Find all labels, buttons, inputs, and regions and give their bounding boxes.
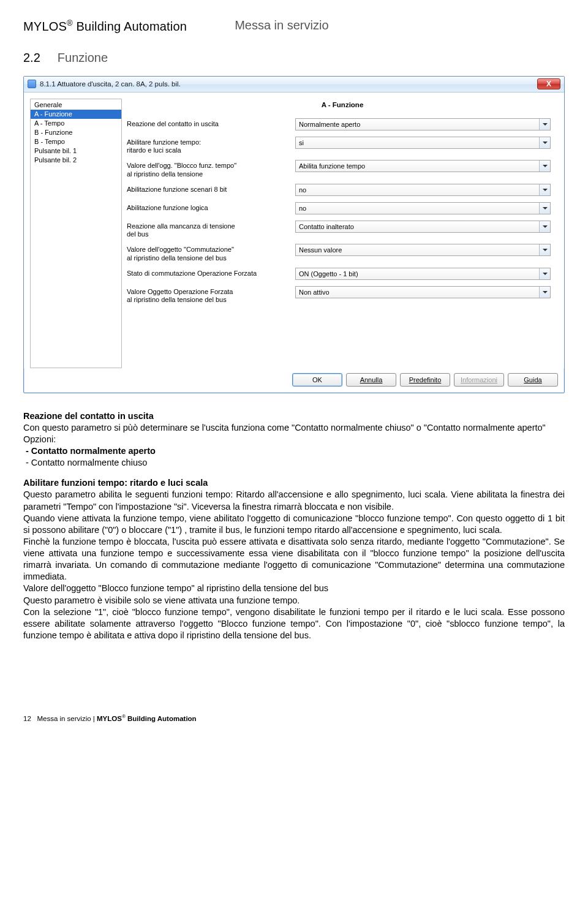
app-icon (28, 80, 36, 88)
para-1: Con questo parametro si pùò determinare … (23, 422, 565, 434)
cancel-button[interactable]: Annulla (346, 373, 396, 387)
chevron-down-icon (539, 184, 550, 195)
chevron-down-icon (539, 119, 550, 130)
combo-6[interactable]: Nessun valore (295, 244, 551, 256)
option-1: Contatto normalmente aperto (23, 445, 565, 457)
cancel-label: Annulla (360, 376, 383, 383)
form-row-8: Valore Oggetto Operazione Forzataal ripr… (127, 286, 551, 305)
footer-text-3: Building Automation (126, 715, 197, 722)
sidebar-item-4[interactable]: B - Tempo (31, 137, 121, 146)
window-titlebar[interactable]: 8.1.1 Attuatore d'uscita, 2 can. 8A, 2 p… (24, 77, 564, 93)
para-h1: Reazione del contatto in uscita (23, 410, 565, 422)
registered-icon: ® (67, 18, 73, 28)
chevron-down-icon (539, 268, 550, 279)
footer-sep: | (91, 715, 97, 722)
window-title: 8.1.1 Attuatore d'uscita, 2 can. 8A, 2 p… (40, 80, 181, 88)
brand-name: MYLOS (23, 20, 67, 33)
section-heading: Messa in servizio (235, 18, 328, 34)
form-label-5: Reazione alla mancanza di tensionedel bu… (127, 221, 295, 240)
para-7: Con la selezione "1", cioè "blocco funzi… (23, 606, 565, 641)
subsection-name: Funzione (58, 51, 108, 64)
sidebar-item-1[interactable]: A - Funzione (31, 110, 121, 119)
footer-brand: MYLOS (97, 715, 122, 722)
combo-value-1: si (299, 139, 304, 146)
info-button[interactable]: Informazioni (454, 373, 504, 387)
para-5: Valore dell'oggetto "Blocco funzione tem… (23, 583, 565, 594)
form-label-8: Valore Oggetto Operazione Forzataal ripr… (127, 286, 295, 305)
form-label-2: Valore dell'ogg. "Blocco funz. tempo"al … (127, 160, 295, 179)
chevron-down-icon (539, 203, 550, 214)
close-button[interactable]: X (537, 78, 560, 89)
chevron-down-icon (539, 221, 550, 232)
help-label: Guida (524, 376, 541, 383)
brand-suffix: Building Automation (73, 20, 187, 33)
sidebar-item-5[interactable]: Pulsante bil. 1 (31, 146, 121, 156)
combo-5[interactable]: Contatto inalterato (295, 221, 551, 233)
form-label-1: Abilitare funzione tempo:ritardo e luci … (127, 137, 295, 156)
para-6: Questo parametro è visibile solo se vien… (23, 595, 565, 606)
form-row-0: Reazione del contatto in uscitaNormalmen… (127, 118, 551, 132)
combo-value-4: no (299, 205, 306, 212)
combo-1[interactable]: si (295, 137, 551, 149)
subsection-heading: 2.2Funzione (23, 51, 565, 65)
default-button[interactable]: Predefinito (400, 373, 450, 387)
combo-value-7: ON (Oggetto - 1 bit) (299, 270, 358, 278)
combo-value-6: Nessun valore (299, 246, 342, 254)
page-number: 12 (23, 715, 31, 722)
para-3: Quando viene attivata la funzione tempo,… (23, 513, 565, 536)
chevron-down-icon (539, 161, 550, 172)
default-label: Predefinito (409, 376, 442, 383)
footer-text-1: Messa in servizio (37, 715, 91, 722)
form-label-3: Abilitazione funzione scenari 8 bit (127, 184, 295, 194)
para-2: Questo parametro abilita le seguenti fun… (23, 489, 565, 512)
form-row-6: Valore dell'oggetto "Commutazione"al rip… (127, 244, 551, 263)
chevron-down-icon (539, 287, 550, 298)
page-header: MYLOS® Building Automation Messa in serv… (23, 18, 565, 34)
sidebar-item-6[interactable]: Pulsante bil. 2 (31, 156, 121, 165)
ok-button[interactable]: OK (292, 373, 342, 387)
combo-4[interactable]: no (295, 202, 551, 214)
chevron-down-icon (539, 244, 550, 255)
combo-value-2: Abilita funzione tempo (299, 162, 365, 170)
sidebar-item-3[interactable]: B - Funzione (31, 128, 121, 137)
options-label: Opzioni: (23, 434, 565, 445)
settings-dialog: 8.1.1 Attuatore d'uscita, 2 can. 8A, 2 p… (23, 76, 565, 393)
subsection-number: 2.2 (23, 51, 40, 64)
combo-value-3: no (299, 186, 306, 194)
combo-value-0: Normalmente aperto (299, 121, 360, 128)
para-h2: Abilitare funzioni tempo: ritardo e luci… (23, 477, 565, 489)
ok-label: OK (312, 376, 322, 383)
sidebar-item-2[interactable]: A - Tempo (31, 119, 121, 128)
options-list: Contatto normalmente aperto Contatto nor… (23, 445, 565, 469)
page-footer: 12 Messa in servizio | MYLOS® Building A… (23, 714, 565, 722)
form-row-4: Abilitazione funzione logicano (127, 202, 551, 216)
combo-value-5: Contatto inalterato (299, 223, 354, 230)
form-row-7: Stato di commutazione Operazione Forzata… (127, 268, 551, 281)
combo-8[interactable]: Non attivo (295, 286, 551, 298)
form-label-0: Reazione del contatto in uscita (127, 118, 295, 129)
panel: A - Funzione Reazione del contatto in us… (127, 99, 558, 368)
sidebar-item-0[interactable]: Generale (31, 100, 121, 110)
form-label-6: Valore dell'oggetto "Commutazione"al rip… (127, 244, 295, 263)
help-button[interactable]: Guida (508, 373, 558, 387)
brand-title: MYLOS® Building Automation (23, 18, 187, 34)
document-body: Reazione del contatto in uscita Con ques… (23, 410, 565, 641)
panel-title: A - Funzione (127, 101, 558, 108)
close-icon: X (546, 80, 551, 88)
para-4: Finchè la funzione tempo è bloccata, l'u… (23, 536, 565, 583)
form-row-1: Abilitare funzione tempo:ritardo e luci … (127, 137, 551, 156)
chevron-down-icon (539, 137, 550, 148)
sidebar: GeneraleA - FunzioneA - TempoB - Funzion… (30, 99, 122, 368)
option-2: Contatto normalmente chiuso (23, 457, 565, 469)
form-row-3: Abilitazione funzione scenari 8 bitno (127, 184, 551, 197)
form-label-7: Stato di commutazione Operazione Forzata (127, 268, 295, 278)
combo-7[interactable]: ON (Oggetto - 1 bit) (295, 268, 551, 280)
dialog-button-bar: OK Annulla Predefinito Informazioni Guid… (24, 368, 564, 393)
combo-0[interactable]: Normalmente aperto (295, 118, 551, 130)
combo-2[interactable]: Abilita funzione tempo (295, 160, 551, 172)
info-label: Informazioni (461, 376, 497, 383)
form-row-5: Reazione alla mancanza di tensionedel bu… (127, 221, 551, 240)
combo-3[interactable]: no (295, 184, 551, 196)
form-label-4: Abilitazione funzione logica (127, 202, 295, 213)
form-row-2: Valore dell'ogg. "Blocco funz. tempo"al … (127, 160, 551, 179)
